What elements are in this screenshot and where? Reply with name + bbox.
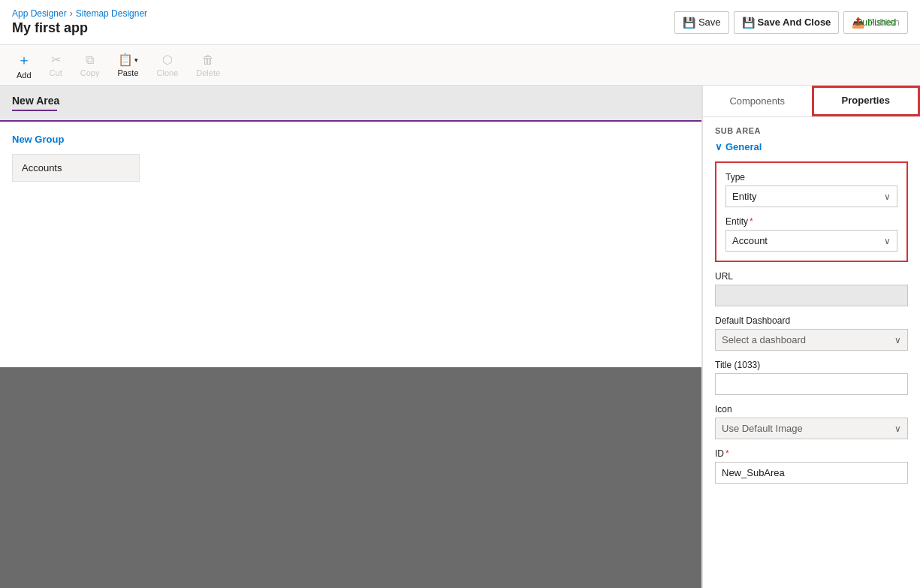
paste-button[interactable]: 📋 ▾ Paste: [110, 50, 146, 80]
published-status: Published: [856, 17, 896, 28]
entity-select[interactable]: Account ∨: [725, 230, 897, 252]
tab-properties[interactable]: Properties: [812, 86, 921, 116]
type-value: Entity: [732, 191, 757, 202]
breadcrumb-app-designer[interactable]: App Designer: [12, 8, 67, 19]
url-field-group: URL: [715, 271, 908, 306]
canvas-area: New Area New Group Accounts: [0, 86, 702, 588]
general-section-header[interactable]: ∨ General: [715, 141, 908, 152]
area-title: New Area: [12, 95, 689, 107]
save-label: Save: [698, 17, 721, 28]
entity-field-group: Entity * Account ∨: [725, 216, 897, 252]
group-section: New Group Accounts: [0, 122, 701, 367]
area-header: New Area: [0, 86, 701, 122]
save-close-icon: 💾: [742, 17, 755, 29]
clone-button[interactable]: ⬡ Clone: [149, 50, 186, 80]
copy-button[interactable]: ⧉ Copy: [73, 50, 107, 80]
type-field-group: Type Entity ∨: [725, 172, 897, 207]
general-section-label: General: [725, 141, 762, 152]
add-label: Add: [17, 71, 32, 80]
icon-select[interactable]: Use Default Image ∨: [715, 418, 908, 439]
delete-label: Delete: [196, 68, 220, 77]
type-label: Type: [725, 172, 897, 182]
save-and-close-label: Save And Close: [758, 17, 831, 28]
group-title[interactable]: New Group: [12, 134, 689, 145]
icon-chevron-icon: ∨: [894, 424, 901, 434]
breadcrumb-separator: ›: [70, 8, 73, 19]
paste-icon: 📋: [118, 53, 133, 67]
entity-value: Account: [732, 235, 768, 246]
delete-icon: 🗑: [202, 53, 214, 67]
type-chevron-icon: ∨: [884, 191, 891, 202]
save-and-close-button[interactable]: 💾 Save And Close: [734, 11, 840, 34]
subarea-item-accounts[interactable]: Accounts: [12, 154, 140, 182]
sub-area-label: SUB AREA: [715, 126, 908, 135]
entity-chevron-icon: ∨: [884, 236, 891, 246]
id-label: ID *: [715, 448, 908, 459]
dark-canvas-section: [0, 367, 701, 589]
save-button[interactable]: 💾 Save: [674, 11, 729, 34]
cut-icon: ✂: [51, 53, 61, 67]
default-dashboard-field-group: Default Dashboard Select a dashboard ∨: [715, 315, 908, 351]
delete-button[interactable]: 🗑 Delete: [189, 50, 228, 80]
title-field-group: Title (1033): [715, 360, 908, 395]
type-entity-section: Type Entity ∨ Entity * Account ∨: [715, 161, 908, 262]
default-dashboard-placeholder: Select a dashboard: [722, 334, 806, 345]
cut-label: Cut: [50, 68, 62, 77]
id-input[interactable]: [715, 462, 908, 484]
id-required-star: *: [725, 448, 729, 459]
url-label: URL: [715, 271, 908, 282]
icon-value: Use Default Image: [722, 423, 803, 434]
copy-label: Copy: [80, 68, 100, 77]
chevron-down-icon: ∨: [715, 141, 722, 152]
cut-button[interactable]: ✂ Cut: [42, 50, 70, 80]
type-select[interactable]: Entity ∨: [725, 185, 897, 207]
tab-components[interactable]: Components: [703, 86, 812, 116]
entity-required-star: *: [750, 216, 753, 227]
copy-icon: ⧉: [86, 53, 94, 67]
paste-label: Paste: [117, 68, 138, 77]
title-label: Title (1033): [715, 360, 908, 370]
panel-tabs: Components Properties: [703, 86, 920, 117]
add-button[interactable]: ＋ Add: [9, 48, 39, 83]
add-icon: ＋: [17, 51, 31, 69]
clone-icon: ⬡: [162, 53, 173, 67]
entity-label: Entity *: [725, 216, 897, 227]
panel-body: SUB AREA ∨ General Type Entity ∨: [703, 117, 920, 588]
clone-label: Clone: [157, 68, 179, 77]
dashboard-chevron-icon: ∨: [894, 335, 901, 345]
app-title: My first app: [12, 20, 147, 36]
toolbar: ＋ Add ✂ Cut ⧉ Copy 📋 ▾ Paste ⬡ Clone 🗑 D…: [0, 45, 920, 86]
id-field-group: ID *: [715, 448, 908, 484]
icon-field-group: Icon Use Default Image ∨: [715, 404, 908, 439]
breadcrumb-sitemap-designer[interactable]: Sitemap Designer: [76, 8, 147, 19]
save-icon: 💾: [683, 17, 695, 29]
area-underline-decoration: [12, 110, 57, 111]
right-panel: Components Properties SUB AREA ∨ General…: [702, 86, 920, 588]
paste-dropdown-arrow: ▾: [134, 56, 138, 64]
url-input[interactable]: [715, 285, 908, 306]
title-input[interactable]: [715, 373, 908, 395]
default-dashboard-select[interactable]: Select a dashboard ∨: [715, 329, 908, 351]
default-dashboard-label: Default Dashboard: [715, 315, 908, 326]
icon-label: Icon: [715, 404, 908, 415]
